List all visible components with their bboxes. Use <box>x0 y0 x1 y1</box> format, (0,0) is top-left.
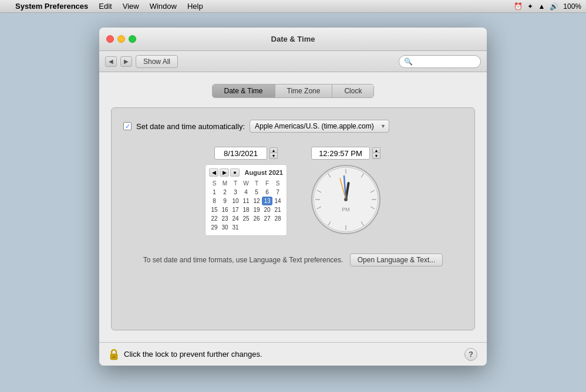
titlebar: Date & Time <box>99 28 487 51</box>
menubar-bluetooth-icon: ✦ <box>527 2 533 11</box>
calendar-day[interactable]: 14 <box>272 197 283 205</box>
menubar-volume-icon: 🔊 <box>550 2 558 11</box>
show-all-button[interactable]: Show All <box>136 55 178 68</box>
calendar-day[interactable]: 19 <box>251 205 262 214</box>
calendar-day[interactable]: 27 <box>262 214 272 223</box>
search-input[interactable] <box>415 58 476 66</box>
cal-header-thu: T <box>251 179 262 188</box>
calendar-header: ◀ ▶ ● August 2021 <box>209 168 283 177</box>
calendar-day[interactable]: 9 <box>220 197 230 205</box>
calendar-day[interactable]: 4 <box>241 188 251 197</box>
minimize-button[interactable] <box>117 35 125 43</box>
auto-set-checkbox[interactable]: ✓ <box>123 122 132 130</box>
cal-header-sat: S <box>272 179 283 188</box>
menubar-wifi-icon: ▲ <box>538 2 545 11</box>
auto-set-label: Set date and time automatically: <box>136 122 245 131</box>
bottom-text: To set date and time formats, use Langua… <box>143 256 343 264</box>
calendar: ◀ ▶ ● August 2021 S M <box>205 164 287 236</box>
menubar-view[interactable]: View <box>118 1 144 12</box>
lock-icon <box>109 348 119 361</box>
calendar-day[interactable]: 22 <box>209 214 220 223</box>
maximize-button[interactable] <box>129 35 136 43</box>
date-section: ▲ ▼ ◀ ▶ ● <box>205 147 287 236</box>
toolbar: ◀ ▶ Show All 🔍 <box>99 51 487 72</box>
calendar-day[interactable]: 11 <box>241 197 251 205</box>
calendar-day[interactable]: 12 <box>251 197 262 205</box>
datetime-area: ▲ ▼ ◀ ▶ ● <box>123 147 463 236</box>
calendar-day[interactable]: 5 <box>251 188 262 197</box>
cal-header-mon: M <box>220 179 230 188</box>
tab-date-time[interactable]: Date & Time <box>213 85 275 97</box>
time-input[interactable] <box>311 147 370 160</box>
tabs: Date & Time Time Zone Clock <box>111 84 475 98</box>
date-input-row: ▲ ▼ <box>214 147 278 160</box>
time-increment-button[interactable]: ▲ <box>372 147 380 153</box>
menubar-edit[interactable]: Edit <box>94 1 116 12</box>
search-icon: 🔍 <box>404 58 413 66</box>
calendar-prev-button[interactable]: ◀ <box>209 168 218 177</box>
tab-clock[interactable]: Clock <box>332 85 373 97</box>
date-stepper: ▲ ▼ <box>270 147 278 159</box>
cal-header-tue: T <box>230 179 241 188</box>
calendar-today-button[interactable]: ● <box>230 168 240 177</box>
calendar-day <box>272 223 283 232</box>
calendar-day[interactable]: 8 <box>209 197 220 205</box>
calendar-day[interactable]: 29 <box>209 223 220 232</box>
footer: Click the lock to prevent further change… <box>99 342 487 366</box>
menubar-clock-icon: ⏰ <box>514 2 523 11</box>
menubar-help[interactable]: Help <box>183 1 208 12</box>
back-button[interactable]: ◀ <box>105 56 117 67</box>
content-area: Date & Time Time Zone Clock ✓ Set date a… <box>99 72 487 342</box>
date-increment-button[interactable]: ▲ <box>270 147 278 153</box>
calendar-day[interactable]: 25 <box>241 214 251 223</box>
clock-svg: PM <box>311 164 381 235</box>
calendar-day[interactable]: 20 <box>262 205 272 214</box>
calendar-day[interactable]: 3 <box>230 188 241 197</box>
calendar-nav: ◀ ▶ ● <box>209 168 240 177</box>
close-button[interactable] <box>106 35 114 43</box>
calendar-day[interactable]: 6 <box>262 188 272 197</box>
calendar-day[interactable]: 21 <box>272 205 283 214</box>
menubar-window[interactable]: Window <box>145 1 181 12</box>
calendar-day[interactable]: 10 <box>230 197 241 205</box>
forward-button[interactable]: ▶ <box>120 56 132 67</box>
cal-header-wed: W <box>241 179 251 188</box>
date-input[interactable] <box>214 147 267 160</box>
calendar-day[interactable]: 2 <box>220 188 230 197</box>
calendar-day[interactable]: 1 <box>209 188 220 197</box>
calendar-day <box>251 223 262 232</box>
calendar-day[interactable]: 7 <box>272 188 283 197</box>
calendar-day[interactable]: 26 <box>251 214 262 223</box>
calendar-day <box>262 223 272 232</box>
calendar-day[interactable]: 16 <box>220 205 230 214</box>
calendar-day[interactable]: 24 <box>230 214 241 223</box>
date-decrement-button[interactable]: ▼ <box>270 153 278 159</box>
calendar-day[interactable]: 18 <box>241 205 251 214</box>
calendar-day[interactable]: 23 <box>220 214 230 223</box>
calendar-day[interactable]: 17 <box>230 205 241 214</box>
calendar-day[interactable]: 15 <box>209 205 220 214</box>
help-button[interactable]: ? <box>464 348 477 361</box>
time-decrement-button[interactable]: ▼ <box>372 153 380 159</box>
calendar-day[interactable]: 31 <box>230 223 241 232</box>
calendar-day[interactable]: 28 <box>272 214 283 223</box>
lock-label: Click the lock to prevent further change… <box>124 350 262 359</box>
svg-point-18 <box>344 198 348 201</box>
open-language-button[interactable]: Open Language & Text... <box>350 254 443 266</box>
calendar-next-button[interactable]: ▶ <box>220 168 229 177</box>
calendar-month-year: August 2021 <box>245 169 283 176</box>
calendar-day[interactable]: 30 <box>220 223 230 232</box>
window-title: Date & Time <box>271 35 315 43</box>
tab-group: Date & Time Time Zone Clock <box>212 84 375 98</box>
time-stepper: ▲ ▼ <box>372 147 380 159</box>
calendar-day[interactable]: 13 <box>262 197 272 205</box>
lock-area[interactable]: Click the lock to prevent further change… <box>109 348 262 361</box>
server-select[interactable]: Apple Americas/U.S. (time.apple.com) <box>250 120 389 133</box>
menubar-items: System Preferences Edit View Window Help <box>11 1 208 12</box>
analog-clock: PM <box>311 164 381 235</box>
cal-header-fri: F <box>262 179 272 188</box>
menubar-app-name[interactable]: System Preferences <box>11 1 93 12</box>
bottom-message: To set date and time formats, use Langua… <box>123 254 463 266</box>
main-background: Date & Time ◀ ▶ Show All 🔍 Date & Time <box>0 13 586 392</box>
tab-time-zone[interactable]: Time Zone <box>275 85 333 97</box>
